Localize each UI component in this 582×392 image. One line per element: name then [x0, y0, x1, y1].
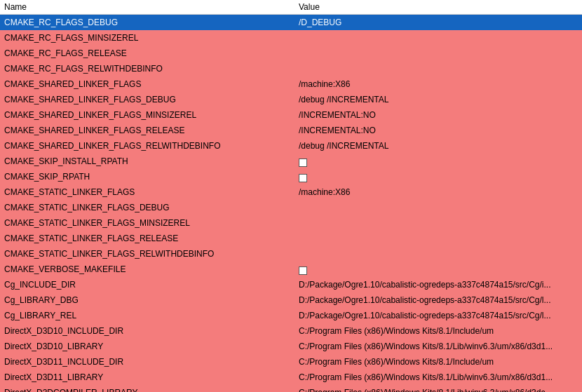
cell-value: C:/Program Files (x86)/Windows Kits/8.1/… — [295, 354, 582, 370]
cell-value: C:/Program Files (x86)/Windows Kits/8.1/… — [295, 370, 582, 385]
cell-name: CMAKE_SHARED_LINKER_FLAGS_DEBUG — [0, 92, 295, 107]
cmake-table-container[interactable]: Name Value CMAKE_RC_FLAGS_DEBUG/D_DEBUGC… — [0, 0, 582, 392]
cell-name: CMAKE_RC_FLAGS_RELEASE — [0, 46, 295, 61]
cell-value — [295, 262, 582, 277]
cell-name: Cg_LIBRARY_REL — [0, 308, 295, 323]
cell-name: DirectX_D3D10_INCLUDE_DIR — [0, 323, 295, 339]
cell-value — [295, 169, 582, 184]
cell-value — [295, 30, 582, 46]
checkbox-icon — [299, 266, 307, 275]
cell-name: CMAKE_STATIC_LINKER_FLAGS_RELWITHDEBINFO — [0, 246, 295, 262]
cell-value: /INCREMENTAL:NO — [295, 123, 582, 138]
cell-name: CMAKE_SHARED_LINKER_FLAGS_RELWITHDEBINFO — [0, 138, 295, 154]
cell-value: /debug /INCREMENTAL — [295, 92, 582, 107]
cell-value — [295, 215, 582, 231]
cell-name: CMAKE_VERBOSE_MAKEFILE — [0, 262, 295, 277]
cell-name: DirectX_D3D11_LIBRARY — [0, 370, 295, 385]
table-row[interactable]: CMAKE_SHARED_LINKER_FLAGS_RELEASE/INCREM… — [0, 123, 582, 138]
table-row[interactable]: CMAKE_STATIC_LINKER_FLAGS_DEBUG — [0, 200, 582, 215]
table-row[interactable]: CMAKE_STATIC_LINKER_FLAGS_RELEASE — [0, 231, 582, 246]
cell-name: Cg_INCLUDE_DIR — [0, 277, 295, 292]
cell-value — [295, 231, 582, 246]
cell-value — [295, 200, 582, 215]
cell-name: CMAKE_RC_FLAGS_RELWITHDEBINFO — [0, 61, 295, 76]
cell-value: C:/Program Files (x86)/Windows Kits/8.1/… — [295, 339, 582, 354]
table-row[interactable]: CMAKE_SHARED_LINKER_FLAGS_RELWITHDEBINFO… — [0, 138, 582, 154]
cell-name: DirectX_D3D11_INCLUDE_DIR — [0, 354, 295, 370]
column-header-name: Name — [0, 0, 295, 15]
cell-name: CMAKE_STATIC_LINKER_FLAGS_DEBUG — [0, 200, 295, 215]
table-row[interactable]: CMAKE_RC_FLAGS_RELEASE — [0, 46, 582, 61]
table-row[interactable]: DirectX_D3D11_INCLUDE_DIRC:/Program File… — [0, 354, 582, 370]
cell-value — [295, 46, 582, 61]
cell-value: /machine:X86 — [295, 184, 582, 200]
cell-value — [295, 61, 582, 76]
cell-value: D:/Package/Ogre1.10/cabalistic-ogredeps-… — [295, 277, 582, 292]
cell-name: DirectX_D3D10_LIBRARY — [0, 339, 295, 354]
checkbox-icon — [299, 174, 307, 182]
cell-name: DirectX_D3DCOMPILER_LIBRARY — [0, 385, 295, 392]
table-row[interactable]: DirectX_D3D10_LIBRARYC:/Program Files (x… — [0, 339, 582, 354]
table-row[interactable]: DirectX_D3DCOMPILER_LIBRARYC:/Program Fi… — [0, 385, 582, 392]
table-row[interactable]: CMAKE_STATIC_LINKER_FLAGS/machine:X86 — [0, 184, 582, 200]
cell-value: D:/Package/Ogre1.10/cabalistic-ogredeps-… — [295, 308, 582, 323]
cell-value — [295, 246, 582, 262]
cell-name: CMAKE_SKIP_INSTALL_RPATH — [0, 154, 295, 169]
table-row[interactable]: Cg_LIBRARY_RELD:/Package/Ogre1.10/cabali… — [0, 308, 582, 323]
table-row[interactable]: DirectX_D3D11_LIBRARYC:/Program Files (x… — [0, 370, 582, 385]
cell-name: CMAKE_RC_FLAGS_DEBUG — [0, 15, 295, 31]
cell-name: Cg_LIBRARY_DBG — [0, 292, 295, 308]
table-row[interactable]: CMAKE_SHARED_LINKER_FLAGS_MINSIZEREL/INC… — [0, 107, 582, 123]
table-row[interactable]: CMAKE_SHARED_LINKER_FLAGS/machine:X86 — [0, 76, 582, 92]
cell-name: CMAKE_SKIP_RPATH — [0, 169, 295, 184]
cell-value: /D_DEBUG — [295, 15, 582, 31]
cell-value: /debug /INCREMENTAL — [295, 138, 582, 154]
table-row[interactable]: CMAKE_VERBOSE_MAKEFILE — [0, 262, 582, 277]
cell-value: D:/Package/Ogre1.10/cabalistic-ogredeps-… — [295, 292, 582, 308]
table-row[interactable]: CMAKE_RC_FLAGS_MINSIZEREL — [0, 30, 582, 46]
cell-name: CMAKE_STATIC_LINKER_FLAGS_MINSIZEREL — [0, 215, 295, 231]
cell-name: CMAKE_RC_FLAGS_MINSIZEREL — [0, 30, 295, 46]
cmake-table: Name Value CMAKE_RC_FLAGS_DEBUG/D_DEBUGC… — [0, 0, 582, 392]
cell-name: CMAKE_SHARED_LINKER_FLAGS_MINSIZEREL — [0, 107, 295, 123]
table-row[interactable]: CMAKE_RC_FLAGS_DEBUG/D_DEBUG — [0, 15, 582, 31]
table-row[interactable]: Cg_INCLUDE_DIRD:/Package/Ogre1.10/cabali… — [0, 277, 582, 292]
table-row[interactable]: CMAKE_SKIP_RPATH — [0, 169, 582, 184]
cell-name: CMAKE_SHARED_LINKER_FLAGS_RELEASE — [0, 123, 295, 138]
table-row[interactable]: CMAKE_STATIC_LINKER_FLAGS_MINSIZEREL — [0, 215, 582, 231]
cell-value: /machine:X86 — [295, 76, 582, 92]
checkbox-icon — [299, 158, 307, 167]
table-row[interactable]: DirectX_D3D10_INCLUDE_DIRC:/Program File… — [0, 323, 582, 339]
table-row[interactable]: Cg_LIBRARY_DBGD:/Package/Ogre1.10/cabali… — [0, 292, 582, 308]
cell-value — [295, 154, 582, 169]
table-row[interactable]: CMAKE_SKIP_INSTALL_RPATH — [0, 154, 582, 169]
table-row[interactable]: CMAKE_STATIC_LINKER_FLAGS_RELWITHDEBINFO — [0, 246, 582, 262]
cell-name: CMAKE_STATIC_LINKER_FLAGS — [0, 184, 295, 200]
cell-value: /INCREMENTAL:NO — [295, 107, 582, 123]
cell-name: CMAKE_SHARED_LINKER_FLAGS — [0, 76, 295, 92]
cell-value: C:/Program Files (x86)/Windows Kits/8.1/… — [295, 323, 582, 339]
column-header-value: Value — [295, 0, 582, 15]
cell-name: CMAKE_STATIC_LINKER_FLAGS_RELEASE — [0, 231, 295, 246]
cell-value: C:/Program Files (x86)/Windows Kits/8.1/… — [295, 385, 582, 392]
table-row[interactable]: CMAKE_RC_FLAGS_RELWITHDEBINFO — [0, 61, 582, 76]
table-row[interactable]: CMAKE_SHARED_LINKER_FLAGS_DEBUG/debug /I… — [0, 92, 582, 107]
